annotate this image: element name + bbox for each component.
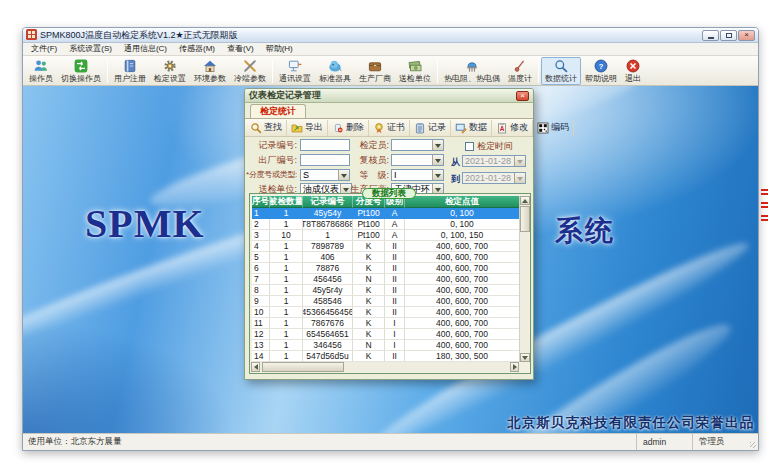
- combo-value: [392, 140, 432, 150]
- horizontal-scrollbar[interactable]: [251, 362, 519, 372]
- cell: 400, 600, 700: [405, 274, 520, 285]
- table-row[interactable]: 21T8T86786868Pt100A0, 100: [252, 219, 520, 230]
- toolbar-help[interactable]: ? 帮助说明: [581, 57, 621, 85]
- record-no-input[interactable]: [300, 139, 350, 151]
- record-button[interactable]: 记录: [410, 120, 451, 136]
- col-header[interactable]: 被检数量: [270, 196, 303, 208]
- verifier-combo[interactable]: [391, 139, 444, 151]
- data-button[interactable]: 数据: [451, 120, 492, 136]
- table-row[interactable]: 8145y5r4yKII400, 600, 700: [252, 285, 520, 296]
- chevron-down-icon[interactable]: [432, 155, 443, 165]
- modify-icon: A: [496, 122, 508, 134]
- table-row[interactable]: 91458546KII400, 600, 700: [252, 296, 520, 307]
- app-titlebar[interactable]: SPMK800J温度自动检定系统V1.2★正式无限期版 ×: [23, 28, 758, 43]
- button-label: 记录: [428, 121, 446, 134]
- toolbar-user-register[interactable]: 用户注册: [110, 57, 150, 85]
- menu-view[interactable]: 查看(V): [221, 43, 260, 55]
- chevron-down-icon[interactable]: [432, 140, 443, 150]
- menu-sensor[interactable]: 传感器(M): [173, 43, 221, 55]
- reviewer-combo[interactable]: [391, 154, 444, 166]
- tab-verification-statistics[interactable]: 检定统计: [250, 104, 306, 118]
- delete-button[interactable]: 删除: [328, 120, 369, 136]
- scroll-left-icon[interactable]: [251, 362, 260, 372]
- toolbar-operator[interactable]: 操作员: [25, 57, 57, 85]
- certificate-button[interactable]: 证书: [369, 120, 410, 136]
- record-icon: [414, 122, 426, 134]
- table-row[interactable]: 131346456NI400, 600, 700: [252, 340, 520, 351]
- checkbox-icon[interactable]: [465, 142, 474, 151]
- manufacturer-icon: [367, 58, 383, 74]
- dialog-close-icon[interactable]: ×: [516, 91, 529, 101]
- table-row[interactable]: 417898789KII400, 600, 700: [252, 241, 520, 252]
- factory-no-input[interactable]: [300, 154, 350, 166]
- toolbar-switch-operator[interactable]: 切换操作员: [57, 57, 105, 85]
- menu-system-settings[interactable]: 系统设置(S): [63, 43, 118, 55]
- cell: 11: [252, 318, 270, 329]
- cell: 1: [270, 329, 303, 340]
- toolbar-label: 热电阻、热电偶: [444, 75, 500, 83]
- vertical-scrollbar[interactable]: [519, 196, 529, 362]
- table-row[interactable]: 141547d56d5uKII180, 300, 500: [252, 351, 520, 362]
- cell: 346456: [303, 340, 353, 351]
- toolbar-comm-settings[interactable]: 通讯设置: [275, 57, 315, 85]
- time-filter-checkbox[interactable]: 检定时间: [465, 140, 513, 153]
- maximize-icon[interactable]: [720, 30, 737, 41]
- menu-common-info[interactable]: 通用信息(C): [118, 43, 173, 55]
- cell: 9: [252, 296, 270, 307]
- table-row[interactable]: 3101Pt100A0, 100, 150: [252, 230, 520, 241]
- resize-grip[interactable]: [748, 434, 758, 450]
- col-header[interactable]: 记录编号: [303, 196, 353, 208]
- help-icon: ?: [593, 58, 609, 74]
- thermometer-icon: [512, 58, 528, 74]
- minimize-icon[interactable]: [702, 30, 719, 41]
- toolbar-cold-junction-params[interactable]: 冷端参数: [230, 57, 270, 85]
- toolbar-verification-settings[interactable]: 检定设置: [150, 57, 190, 85]
- toolbar-exit[interactable]: 退出: [621, 57, 645, 85]
- cell: K: [353, 351, 385, 362]
- dialog-titlebar[interactable]: 仪表检定记录管理 ×: [245, 89, 533, 103]
- toolbar-rtd-thermocouple[interactable]: 热电阻、热电偶: [440, 57, 504, 85]
- export-button[interactable]: 导出: [287, 120, 328, 136]
- cell: 45366456456: [303, 307, 353, 318]
- toolbar-label: 温度计: [508, 75, 532, 83]
- horizontal-scroll-thumb[interactable]: [262, 362, 344, 372]
- toolbar-data-statistics[interactable]: 数据统计: [541, 57, 581, 85]
- table-row[interactable]: 10145366456456KII400, 600, 700: [252, 307, 520, 318]
- col-header[interactable]: 序号: [252, 196, 270, 208]
- to-date-combo[interactable]: 2021-01-28: [462, 172, 526, 184]
- table-row[interactable]: 71456456NII400, 600, 700: [252, 274, 520, 285]
- cell: 400, 600, 700: [405, 263, 520, 274]
- toolbar-standard-instrument[interactable]: 标准器具: [315, 57, 355, 85]
- table-row[interactable]: 6178876KII400, 600, 700: [252, 263, 520, 274]
- vertical-scroll-thumb[interactable]: [520, 206, 530, 232]
- scale-type-combo[interactable]: S: [300, 169, 350, 181]
- toolbar-thermometer[interactable]: 温度计: [504, 57, 536, 85]
- scroll-down-icon[interactable]: [520, 353, 530, 362]
- records-table: 序号 被检数量 记录编号 分度号 级别 检定点值 1145y54yPt100A0…: [252, 196, 520, 362]
- scroll-up-icon[interactable]: [520, 196, 530, 205]
- toolbar-client-unit[interactable]: 送检单位: [395, 57, 435, 85]
- find-button[interactable]: 查找: [246, 120, 287, 136]
- table-row[interactable]: 1117867676KI400, 600, 700: [252, 318, 520, 329]
- table-row[interactable]: 1145y54yPt100A0, 100: [252, 208, 520, 219]
- chevron-down-icon[interactable]: [338, 170, 349, 180]
- chevron-down-icon[interactable]: [432, 170, 443, 180]
- table-row[interactable]: 121654564651KI400, 600, 700: [252, 329, 520, 340]
- toolbar-manufacturer[interactable]: 生产厂商: [355, 57, 395, 85]
- toolbar-label: 标准器具: [319, 75, 351, 83]
- toolbar-environment-params[interactable]: 环境参数: [190, 57, 230, 85]
- barcode-button[interactable]: 编码: [533, 120, 574, 136]
- col-header[interactable]: 检定点值: [405, 196, 520, 208]
- close-icon[interactable]: ×: [738, 30, 755, 41]
- menu-help[interactable]: 帮助(H): [260, 43, 299, 55]
- cell: 180, 300, 500: [405, 351, 520, 362]
- chevron-down-icon[interactable]: [514, 156, 525, 166]
- modify-button[interactable]: A 修改: [492, 120, 533, 136]
- cell: II: [385, 263, 405, 274]
- from-date-combo[interactable]: 2021-01-28: [462, 155, 526, 167]
- scroll-right-icon[interactable]: [510, 362, 519, 372]
- grade-combo[interactable]: I: [391, 169, 444, 181]
- chevron-down-icon[interactable]: [514, 173, 525, 183]
- menu-file[interactable]: 文件(F): [25, 43, 63, 55]
- table-row[interactable]: 51406KII400, 600, 700: [252, 252, 520, 263]
